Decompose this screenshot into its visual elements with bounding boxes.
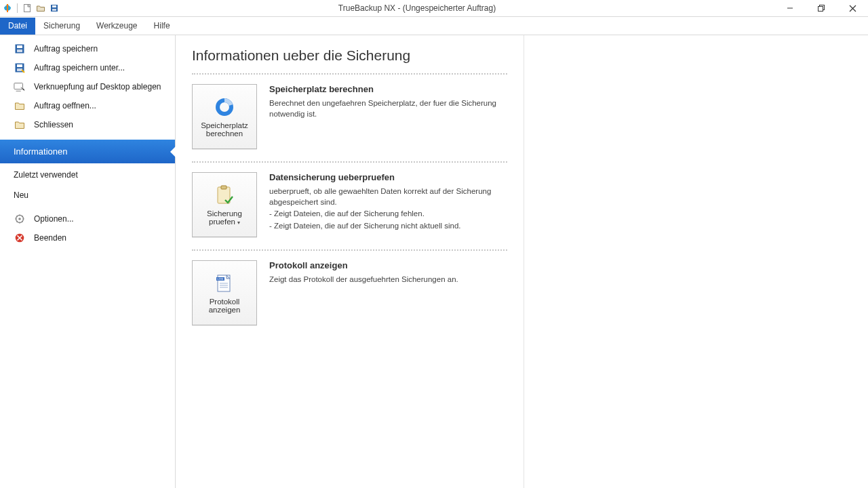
card-title: Speicherplatz berechnen xyxy=(269,84,507,94)
card-title: Protokoll anzeigen xyxy=(269,260,507,270)
divider xyxy=(192,73,507,75)
title-bar: TrueBackup NX - (Ungespeicherter Auftrag… xyxy=(0,0,868,17)
save-as-icon xyxy=(14,62,26,74)
separator xyxy=(17,3,18,13)
big-btn-label: Speicherplatz berechnen xyxy=(195,121,254,138)
card-log: LOG Protokoll anzeigen Protokoll anzeige… xyxy=(192,260,507,325)
sidebar-item-label: Informationen xyxy=(14,146,68,157)
tab-werkzeuge[interactable]: Werkzeuge xyxy=(88,18,145,35)
sidebar-item-save-as[interactable]: Auftrag speichern unter... xyxy=(0,58,175,77)
sidebar-item-label: Auftrag speichern xyxy=(34,44,98,54)
window-close-button[interactable] xyxy=(837,0,868,16)
window-title: TrueBackup NX - (Ungespeicherter Auftrag… xyxy=(60,0,774,16)
log-file-icon: LOG xyxy=(214,273,235,293)
card-verify: Sicherung pruefen▾ Datensicherung ueberp… xyxy=(192,172,507,237)
app-icon xyxy=(2,3,13,14)
shortcut-icon xyxy=(14,81,26,93)
sidebar-item-label: Optionen... xyxy=(34,214,74,224)
tab-hilfe[interactable]: Hilfe xyxy=(146,18,178,35)
donut-chart-icon xyxy=(214,97,235,117)
svg-rect-4 xyxy=(819,5,824,9)
svg-point-14 xyxy=(18,218,21,220)
divider xyxy=(192,249,507,251)
svg-rect-11 xyxy=(17,68,22,71)
window-minimize-button[interactable] xyxy=(774,0,806,16)
sidebar-item-label: Beenden xyxy=(34,233,66,243)
svg-rect-18 xyxy=(221,186,226,189)
card-desc: Zeigt das Protokoll der ausgefuehrten Si… xyxy=(269,274,507,285)
save-icon[interactable] xyxy=(49,3,60,14)
card-desc: - Zeigt Dateien, die auf der Sicherung n… xyxy=(269,221,507,232)
page-title: Informationen ueber die Sicherung xyxy=(192,47,507,64)
sidebar-item-save[interactable]: Auftrag speichern xyxy=(0,39,175,58)
tab-datei[interactable]: Datei xyxy=(0,18,35,35)
sidebar-item-desktop-shortcut[interactable]: Verknuepfung auf Desktop ablegen xyxy=(0,77,175,96)
sidebar-item-informationen[interactable]: Informationen xyxy=(0,140,175,163)
sidebar-item-exit[interactable]: Beenden xyxy=(0,228,175,247)
big-btn-label: Sicherung pruefen▾ xyxy=(195,209,254,226)
open-folder-icon[interactable] xyxy=(35,3,46,14)
card-title: Datensicherung ueberpruefen xyxy=(269,172,507,182)
sidebar-cat-new[interactable]: Neu xyxy=(0,184,175,204)
sidebar-item-label: Auftrag speichern unter... xyxy=(34,63,125,73)
chevron-down-icon: ▾ xyxy=(237,220,240,226)
save-icon xyxy=(14,43,26,55)
svg-rect-5 xyxy=(818,6,823,11)
card-desc: - Zeigt Dateien, die auf der Sicherung f… xyxy=(269,209,507,220)
calc-storage-button[interactable]: Speicherplatz berechnen xyxy=(192,84,257,149)
big-btn-label: Protokoll anzeigen xyxy=(195,298,254,314)
clipboard-check-icon xyxy=(214,185,235,205)
new-doc-icon[interactable] xyxy=(22,3,33,14)
card-storage: Speicherplatz berechnen Speicherplatz be… xyxy=(192,84,507,149)
backstage-content: Informationen ueber die Sicherung Speich… xyxy=(176,35,868,488)
tab-sicherung[interactable]: Sicherung xyxy=(35,18,88,35)
svg-rect-3 xyxy=(52,9,56,11)
ribbon-tabs: Datei Sicherung Werkzeuge Hilfe xyxy=(0,17,868,35)
card-desc: ueberprueft, ob alle gewaehlten Daten ko… xyxy=(269,186,507,207)
sidebar-item-close[interactable]: Schliessen xyxy=(0,115,175,134)
exit-icon xyxy=(14,232,26,244)
card-desc: Berechnet den ungefaehren Speicherplatz,… xyxy=(269,98,507,119)
window-restore-button[interactable] xyxy=(806,0,837,16)
close-folder-icon xyxy=(14,119,26,131)
backstage-sidebar: Auftrag speichern Auftrag speichern unte… xyxy=(0,35,176,488)
open-folder-icon xyxy=(14,100,26,112)
sidebar-item-label: Auftrag oeffnen... xyxy=(34,101,96,110)
verify-backup-button[interactable]: Sicherung pruefen▾ xyxy=(192,172,257,237)
svg-text:LOG: LOG xyxy=(218,277,224,281)
sidebar-item-open[interactable]: Auftrag oeffnen... xyxy=(0,96,175,115)
svg-rect-8 xyxy=(17,49,22,52)
svg-rect-2 xyxy=(52,5,56,7)
sidebar-item-label: Schliessen xyxy=(34,120,73,129)
svg-rect-12 xyxy=(14,83,23,89)
show-log-button[interactable]: LOG Protokoll anzeigen xyxy=(192,260,257,325)
sidebar-item-label: Verknuepfung auf Desktop ablegen xyxy=(34,82,161,92)
gear-icon xyxy=(14,213,26,225)
divider xyxy=(192,161,507,163)
sidebar-item-options[interactable]: Optionen... xyxy=(0,209,175,228)
svg-rect-10 xyxy=(17,64,22,67)
svg-rect-7 xyxy=(17,45,22,48)
sidebar-cat-recent[interactable]: Zuletzt verwendet xyxy=(0,163,175,184)
svg-rect-17 xyxy=(218,187,230,203)
